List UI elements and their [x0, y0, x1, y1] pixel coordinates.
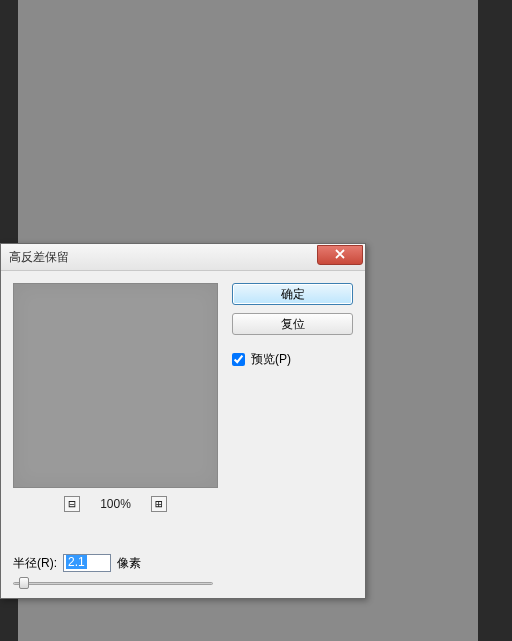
plus-icon: ⊞ — [155, 498, 162, 510]
zoom-value: 100% — [100, 497, 131, 511]
zoom-controls: ⊟ 100% ⊞ — [13, 496, 218, 512]
zoom-out-button[interactable]: ⊟ — [64, 496, 80, 512]
close-icon — [334, 248, 346, 262]
slider-thumb[interactable] — [19, 577, 29, 589]
dialog-title: 高反差保留 — [9, 249, 69, 266]
radius-value: 2.1 — [66, 555, 87, 569]
preview-checkbox-label: 预览(P) — [251, 351, 291, 368]
radius-unit: 像素 — [117, 555, 141, 572]
controls-column: 确定 复位 预览(P) — [232, 283, 353, 512]
ok-button[interactable]: 确定 — [232, 283, 353, 305]
reset-label: 复位 — [281, 316, 305, 333]
radius-slider[interactable] — [13, 576, 213, 590]
radius-label: 半径(R): — [13, 555, 57, 572]
dialog-body: ⊟ 100% ⊞ 确定 复位 预览(P) — [1, 271, 365, 520]
dialog-titlebar[interactable]: 高反差保留 — [1, 244, 365, 271]
minus-icon: ⊟ — [69, 498, 76, 510]
zoom-in-button[interactable]: ⊞ — [151, 496, 167, 512]
ok-label: 确定 — [281, 286, 305, 303]
preview-checkbox[interactable] — [232, 353, 245, 366]
slider-track — [13, 582, 213, 585]
preview-thumbnail[interactable] — [13, 283, 218, 488]
high-pass-dialog: 高反差保留 ⊟ 100% ⊞ 确定 复位 — [0, 243, 366, 599]
radius-row: 半径(R): 2.1 像素 — [13, 554, 141, 572]
radius-input[interactable]: 2.1 — [63, 554, 111, 572]
preview-column: ⊟ 100% ⊞ — [13, 283, 218, 512]
reset-button[interactable]: 复位 — [232, 313, 353, 335]
preview-checkbox-row[interactable]: 预览(P) — [232, 351, 353, 368]
close-button[interactable] — [317, 245, 363, 265]
